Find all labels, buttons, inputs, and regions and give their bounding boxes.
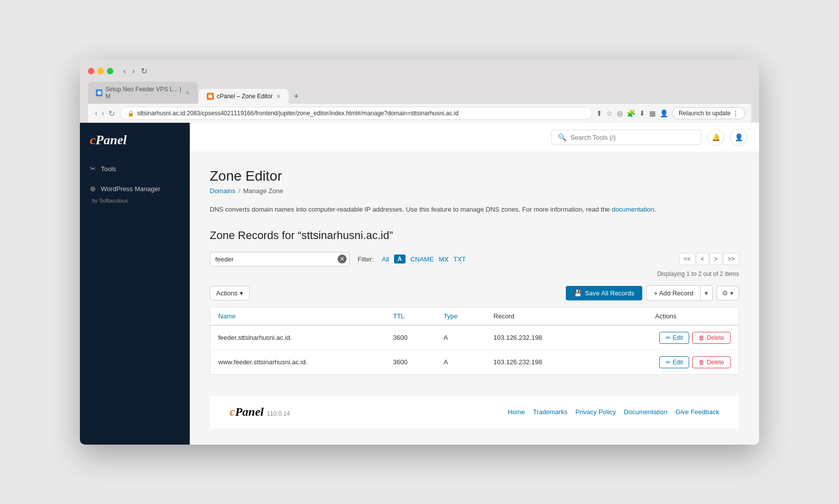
bookmark-icon[interactable]: ☆ — [606, 109, 613, 117]
displaying-text: Displaying 1 to 2 out of 2 items — [657, 270, 739, 277]
search-tools-field[interactable] — [570, 134, 695, 141]
table-header-row: Name TTL Type Record Actions — [210, 307, 739, 325]
forward-button[interactable]: › — [130, 65, 136, 77]
sidebar-tools-label: Tools — [101, 165, 116, 173]
minimize-button[interactable] — [97, 68, 104, 74]
tab-cpanel[interactable]: cPanel – Zone Editor ✕ — [199, 89, 289, 104]
settings-icon: ⚙ — [722, 289, 728, 297]
actions-label: Actions — [216, 289, 238, 297]
footer-logo-text: cPanel — [230, 405, 264, 419]
search-tools-icon: 🔍 — [558, 133, 566, 141]
settings-button[interactable]: ⚙ ▾ — [717, 286, 739, 300]
row2-edit-button[interactable]: ✏ Edit — [659, 356, 690, 368]
save-icon: 💾 — [574, 289, 582, 297]
row1-actions: ✏ Edit 🗑 Delete — [601, 332, 731, 344]
row1-delete-icon: 🗑 — [699, 334, 705, 341]
page-prev-button[interactable]: < — [696, 253, 709, 265]
sidebar-item-wordpress[interactable]: ⊕ WordPress Manager — [80, 180, 190, 198]
footer-logo: cPanel 110.0.14 — [230, 405, 290, 419]
tab-neo-close[interactable]: ✕ — [185, 90, 190, 96]
tab-neo-favicon — [96, 89, 102, 96]
sidebar-wp-label: WordPress Manager — [101, 185, 160, 193]
row2-actions: ✏ Edit 🗑 Delete — [601, 356, 731, 368]
cpanel-logo-text: cPanel — [90, 133, 180, 148]
sidebar-item-tools[interactable]: ✂ Tools — [80, 160, 190, 178]
row2-ttl: 3600 — [385, 350, 435, 374]
filter-row: ✕ Filter: All A CNAME MX TXT << < > — [210, 252, 739, 266]
extension-icon[interactable]: 🧩 — [627, 109, 635, 117]
documentation-link[interactable]: documentation — [612, 206, 654, 213]
row2-edit-icon: ✏ — [666, 359, 671, 366]
relaunch-button[interactable]: Relaunch to update ⋮ — [672, 107, 745, 119]
col-header-record: Record — [485, 307, 593, 325]
screenshot-icon[interactable]: ◎ — [617, 109, 623, 117]
page-description: DNS converts domain names into computer-… — [210, 205, 739, 215]
row1-name: feeder.sttsinarhusni.ac.id. — [210, 325, 385, 350]
row1-ttl: 3600 — [385, 325, 435, 350]
add-record-group: + Add Record ▾ — [646, 285, 713, 301]
col-header-type: Type — [435, 307, 485, 325]
addr-back[interactable]: ‹ — [94, 108, 98, 119]
breadcrumb-separator: / — [238, 187, 240, 195]
sidebar-toggle-icon[interactable]: ▦ — [649, 109, 656, 117]
filter-a-badge[interactable]: A — [394, 254, 406, 263]
footer-privacy-link[interactable]: Privacy Policy — [575, 408, 616, 416]
tab-neo[interactable]: Setup Neo Feeder VPS L... | M ✕ — [88, 82, 198, 104]
maximize-button[interactable] — [107, 68, 113, 74]
row2-delete-button[interactable]: 🗑 Delete — [692, 356, 731, 368]
topbar: 🔍 🔔 👤 — [190, 123, 759, 152]
footer-docs-link[interactable]: Documentation — [624, 408, 667, 416]
filter-label: Filter: — [358, 255, 374, 263]
row1-record: 103.126.232.198 — [485, 325, 593, 350]
close-button[interactable] — [88, 68, 94, 74]
zone-search-input[interactable] — [210, 252, 350, 266]
tab-cpanel-close[interactable]: ✕ — [276, 93, 281, 100]
row2-name: www.feeder.sttsinarhusni.ac.id. — [210, 350, 385, 374]
row1-edit-button[interactable]: ✏ Edit — [659, 332, 690, 344]
page-content: Zone Editor Domains / Manage Zone DNS co… — [190, 152, 759, 445]
address-input[interactable]: 🔒 sttsinarhusni.ac.id:2083/cpsess4021119… — [120, 107, 592, 120]
save-all-records-button[interactable]: 💾 Save All Records — [566, 286, 642, 300]
filter-txt[interactable]: TXT — [453, 255, 466, 263]
url-display: sttsinarhusni.ac.id:2083/cpsess402111916… — [137, 110, 458, 117]
reload-button[interactable]: ↻ — [139, 65, 149, 77]
filter-mx[interactable]: MX — [439, 255, 449, 263]
notifications-button[interactable]: 🔔 — [707, 129, 724, 146]
footer-version: 110.0.14 — [267, 410, 290, 417]
tab-cpanel-label: cPanel – Zone Editor — [217, 93, 273, 100]
row1-edit-icon: ✏ — [666, 334, 671, 341]
actions-button[interactable]: Actions ▾ — [210, 286, 250, 300]
row2-delete-label: Delete — [707, 359, 724, 366]
page-first-button[interactable]: << — [679, 253, 695, 265]
footer-home-link[interactable]: Home — [508, 408, 525, 416]
page-last-button[interactable]: >> — [723, 253, 739, 265]
breadcrumb-parent[interactable]: Domains — [210, 187, 235, 195]
footer-feedback-link[interactable]: Give Feedback — [676, 408, 719, 416]
row1-type: A — [435, 325, 485, 350]
wordpress-icon: ⊕ — [90, 185, 96, 193]
new-tab-button[interactable]: + — [290, 91, 303, 102]
filter-cname[interactable]: CNAME — [411, 255, 434, 263]
download-icon[interactable]: ⬇ — [639, 109, 645, 117]
share-icon[interactable]: ⬆ — [596, 109, 602, 117]
add-record-button[interactable]: + Add Record — [646, 285, 701, 301]
profile-icon[interactable]: 👤 — [660, 109, 668, 117]
filter-all[interactable]: All — [382, 255, 389, 263]
add-record-dropdown[interactable]: ▾ — [701, 285, 713, 301]
toolbar-right: 💾 Save All Records + Add Record ▾ ⚙ ▾ — [566, 285, 739, 301]
filter-links: All A CNAME MX TXT — [382, 254, 466, 263]
row2-record: 103.126.232.198 — [485, 350, 593, 374]
tools-icon: ✂ — [90, 165, 96, 173]
back-button[interactable]: ‹ — [121, 65, 128, 77]
addr-reload[interactable]: ↻ — [107, 108, 116, 119]
addr-forward[interactable]: › — [100, 108, 105, 119]
footer-trademarks-link[interactable]: Trademarks — [533, 408, 567, 416]
display-info-row: Displaying 1 to 2 out of 2 items — [210, 270, 739, 279]
search-tools-input[interactable]: 🔍 — [551, 130, 701, 145]
search-input-wrap: ✕ — [210, 252, 350, 266]
svg-point-1 — [208, 94, 212, 98]
row2-delete-icon: 🗑 — [699, 359, 705, 366]
row1-delete-button[interactable]: 🗑 Delete — [692, 332, 731, 344]
user-menu-button[interactable]: 👤 — [730, 129, 747, 146]
page-next-button[interactable]: > — [710, 253, 722, 265]
